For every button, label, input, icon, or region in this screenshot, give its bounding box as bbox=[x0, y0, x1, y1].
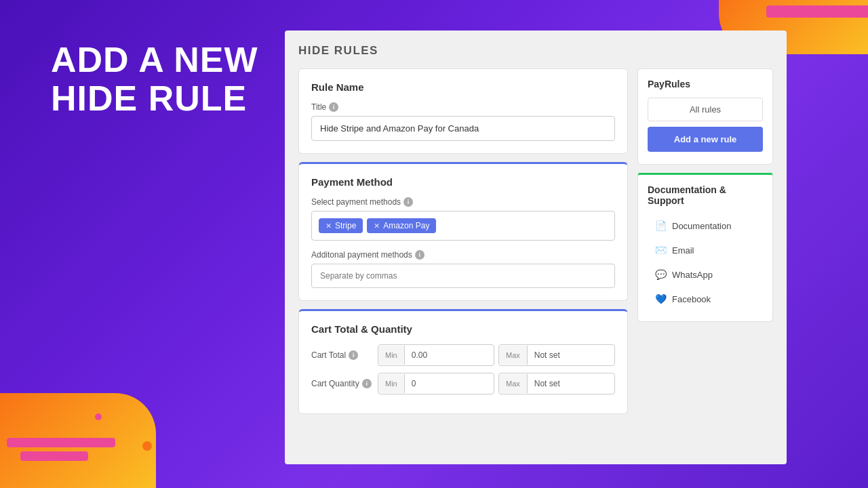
facebook-icon: 💙 bbox=[654, 293, 667, 304]
payment-method-card: Payment Method Select payment methods i … bbox=[298, 162, 628, 301]
payrules-card: PayRules All rules Add a new rule bbox=[637, 68, 773, 165]
cart-card: Cart Total & Quantity Cart Total i Min 0… bbox=[298, 309, 628, 414]
content-area: Rule Name Title i Payment Method Select … bbox=[298, 68, 773, 451]
left-column: Rule Name Title i Payment Method Select … bbox=[298, 68, 628, 451]
cart-total-label: Cart Total i bbox=[311, 350, 372, 360]
email-icon: ✉️ bbox=[654, 245, 667, 256]
main-panel: HIDE RULES Rule Name Title i Payment Met… bbox=[285, 30, 787, 464]
blob-bottom-left-accent-1 bbox=[7, 438, 115, 447]
payment-method-title: Payment Method bbox=[311, 176, 615, 188]
hero-line1: ADD A NEW bbox=[51, 41, 258, 79]
additional-payment-input[interactable] bbox=[311, 264, 615, 288]
cart-quantity-min-box: Min 0 bbox=[378, 373, 494, 394]
title-field-label: Title i bbox=[311, 102, 615, 112]
dot-pink-1 bbox=[793, 11, 800, 18]
payrules-title: PayRules bbox=[648, 79, 763, 89]
right-column: PayRules All rules Add a new rule Docume… bbox=[637, 68, 773, 451]
email-link[interactable]: ✉️ Email bbox=[648, 239, 763, 262]
select-payment-label: Select payment methods i bbox=[311, 197, 615, 207]
panel-title: HIDE RULES bbox=[298, 44, 773, 58]
cart-quantity-max-value: Not set bbox=[528, 373, 614, 394]
documentation-link[interactable]: 📄 Documentation bbox=[648, 214, 763, 237]
title-info-icon[interactable]: i bbox=[329, 102, 338, 112]
blob-bottom-left-accent-2 bbox=[20, 451, 88, 461]
tag-amazon-pay-remove[interactable]: ✕ bbox=[374, 222, 380, 230]
whatsapp-icon: 💬 bbox=[654, 269, 667, 280]
cart-quantity-row: Cart Quantity i Min 0 Max Not set bbox=[311, 373, 615, 394]
cart-quantity-info-icon[interactable]: i bbox=[362, 379, 372, 388]
payment-tags-area[interactable]: ✕ Stripe ✕ Amazon Pay bbox=[311, 211, 615, 241]
tag-amazon-pay[interactable]: ✕ Amazon Pay bbox=[367, 218, 436, 233]
tag-stripe[interactable]: ✕ Stripe bbox=[319, 218, 363, 233]
documentation-icon: 📄 bbox=[654, 220, 667, 231]
facebook-link[interactable]: 💙 Facebook bbox=[648, 287, 763, 310]
tag-stripe-label: Stripe bbox=[335, 221, 356, 230]
support-card: Documentation & Support 📄 Documentation … bbox=[637, 173, 773, 322]
rule-title-input[interactable] bbox=[311, 116, 615, 141]
add-new-rule-button[interactable]: Add a new rule bbox=[648, 127, 763, 152]
hero-line2: HIDE RULE bbox=[51, 79, 258, 118]
cart-quantity-min-value: 0 bbox=[405, 373, 494, 394]
blob-top-right-accent bbox=[766, 5, 868, 18]
cart-quantity-max-label: Max bbox=[499, 374, 528, 393]
cart-total-min-value: 0.00 bbox=[405, 345, 494, 365]
cart-quantity-max-box: Max Not set bbox=[498, 373, 615, 394]
tag-amazon-pay-label: Amazon Pay bbox=[383, 221, 429, 230]
email-label: Email bbox=[672, 245, 694, 256]
cart-card-title: Cart Total & Quantity bbox=[311, 323, 615, 335]
rule-name-card: Rule Name Title i bbox=[298, 68, 628, 154]
cart-total-max-box: Max Not set bbox=[498, 344, 615, 366]
cart-total-min-label: Min bbox=[378, 346, 405, 365]
documentation-label: Documentation bbox=[672, 221, 731, 231]
cart-quantity-min-label: Min bbox=[378, 374, 405, 393]
tag-stripe-remove[interactable]: ✕ bbox=[326, 222, 332, 230]
page-hero-title: ADD A NEW HIDE RULE bbox=[51, 41, 258, 118]
cart-total-min-max: Min 0.00 Max Not set bbox=[378, 344, 615, 366]
whatsapp-label: WhatsApp bbox=[672, 270, 713, 280]
cart-total-max-label: Max bbox=[499, 346, 528, 365]
cart-total-max-value: Not set bbox=[528, 345, 614, 365]
cart-total-min-box: Min 0.00 bbox=[378, 344, 494, 366]
support-title: Documentation & Support bbox=[648, 184, 763, 206]
facebook-label: Facebook bbox=[672, 294, 711, 304]
dot-orange-1 bbox=[142, 441, 152, 451]
select-payment-info-icon[interactable]: i bbox=[403, 197, 413, 207]
cart-total-info-icon[interactable]: i bbox=[349, 350, 358, 360]
all-rules-button[interactable]: All rules bbox=[648, 98, 763, 121]
additional-payment-label: Additonal payment methods i bbox=[311, 250, 615, 260]
additional-payment-info-icon[interactable]: i bbox=[415, 250, 425, 260]
cart-quantity-min-max: Min 0 Max Not set bbox=[378, 373, 615, 394]
cart-total-row: Cart Total i Min 0.00 Max Not set bbox=[311, 344, 615, 366]
whatsapp-link[interactable]: 💬 WhatsApp bbox=[648, 263, 763, 286]
rule-name-card-title: Rule Name bbox=[311, 81, 615, 93]
cart-quantity-label: Cart Quantity i bbox=[311, 379, 372, 388]
dot-pink-2 bbox=[95, 413, 102, 420]
